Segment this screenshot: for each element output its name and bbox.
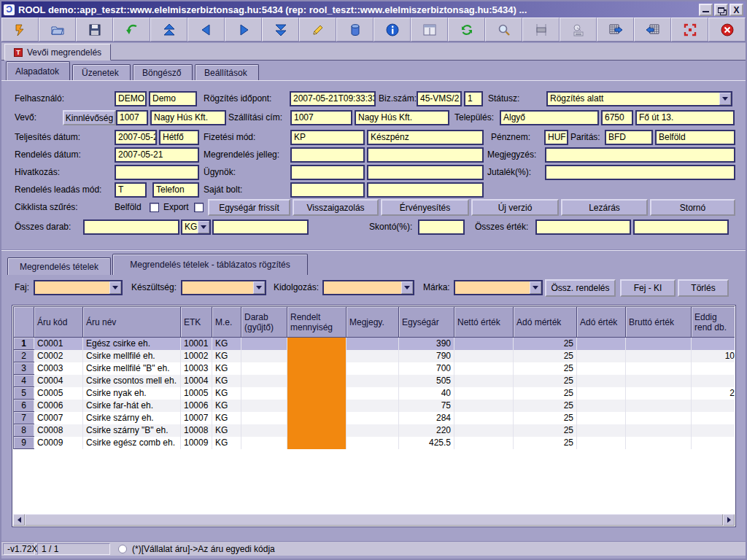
row-num-cell[interactable]: 8 — [14, 424, 34, 437]
brutto-ertek-cell[interactable] — [626, 387, 692, 400]
chevron-down-icon[interactable] — [109, 281, 121, 294]
last-record-button[interactable] — [262, 18, 299, 42]
netto-ertek-cell[interactable] — [454, 350, 514, 362]
me-cell[interactable]: KG — [212, 424, 241, 437]
import-table-button[interactable] — [634, 18, 671, 42]
restore-button[interactable] — [714, 4, 728, 16]
brutto-ertek-cell[interactable] — [626, 350, 692, 362]
refresh-button[interactable] — [448, 18, 485, 42]
unit-dropdown[interactable]: KG — [181, 219, 211, 235]
ado-mertek-cell[interactable]: 25 — [514, 437, 577, 449]
ugynok-name-field[interactable] — [367, 165, 484, 180]
ado-mertek-cell[interactable]: 25 — [514, 338, 577, 350]
me-cell[interactable]: KG — [212, 437, 241, 449]
egysegar-cell[interactable]: 220 — [399, 424, 454, 437]
eddig-rend-cell[interactable] — [692, 412, 735, 424]
darab-cell[interactable] — [241, 338, 287, 350]
netto-ertek-cell[interactable] — [454, 400, 514, 412]
paritas-code-field[interactable]: BFD — [605, 130, 653, 145]
eddig-rend-cell[interactable]: 10 — [692, 350, 735, 362]
rendelt-mennyiseg-cell[interactable] — [287, 362, 347, 375]
rendelt-mennyiseg-cell[interactable] — [287, 437, 347, 449]
ado-ertek-cell[interactable] — [577, 338, 626, 350]
aru-kod-cell[interactable]: C0003 — [34, 362, 83, 375]
chevron-down-icon[interactable] — [530, 281, 541, 294]
eddig-rend-cell[interactable] — [692, 400, 735, 412]
brutto-ertek-cell[interactable] — [626, 424, 692, 437]
keszultseg-dropdown[interactable] — [181, 280, 266, 295]
ado-ertek-cell[interactable] — [577, 412, 626, 424]
ado-ertek-cell[interactable] — [577, 362, 626, 375]
aru-nev-cell[interactable]: Csirke far-hát eh. — [83, 400, 181, 412]
ado-mertek-cell[interactable]: 25 — [514, 400, 577, 412]
chevron-down-icon[interactable] — [253, 281, 265, 294]
netto-ertek-cell[interactable] — [454, 437, 514, 449]
me-cell[interactable]: KG — [212, 338, 241, 350]
telepules-street-field[interactable]: Fő út 13. — [635, 110, 735, 125]
form-view-button[interactable] — [411, 18, 448, 42]
table-row[interactable]: 7 C0007 Csirke szárny eh. 10007 KG 284 2… — [14, 412, 735, 424]
chevron-down-icon[interactable] — [401, 281, 413, 294]
ado-mertek-cell[interactable]: 25 — [514, 362, 577, 375]
close-button[interactable]: X — [729, 4, 743, 16]
etk-cell[interactable]: 10004 — [181, 375, 212, 387]
belfold-checkbox[interactable] — [150, 203, 159, 212]
info-button[interactable] — [374, 18, 411, 42]
next-record-button[interactable] — [225, 18, 262, 42]
megjegy-cell[interactable] — [347, 375, 399, 387]
aru-nev-cell[interactable]: Csirke csontos mell eh. — [83, 375, 181, 387]
teljesites-datum-field[interactable]: 2007-05-21 — [115, 130, 157, 145]
egysegar-cell[interactable]: 425.5 — [399, 437, 454, 449]
horizontal-scrollbar[interactable] — [13, 514, 735, 526]
aru-kod-cell[interactable]: C0006 — [34, 400, 83, 412]
ossz-rendeles-button[interactable]: Össz. rendelés — [545, 279, 616, 297]
table-row[interactable]: 9 C0009 Csirke egész comb eh. 10009 KG 4… — [14, 437, 735, 449]
rendelt-mennyiseg-cell[interactable] — [287, 350, 347, 362]
ado-mertek-cell[interactable]: 25 — [514, 387, 577, 400]
previous-record-button[interactable] — [187, 18, 225, 42]
netto-ertek-cell[interactable] — [454, 362, 514, 375]
connect-button[interactable] — [1, 18, 39, 42]
etk-cell[interactable]: 10003 — [181, 362, 212, 375]
felhasznalo-name-field[interactable]: Demo — [149, 91, 197, 106]
darab-cell[interactable] — [241, 375, 287, 387]
megrendeles-jelleg-name-field[interactable] — [367, 147, 484, 163]
megjegy-cell[interactable] — [347, 437, 399, 449]
osszes-darab2-field[interactable] — [212, 219, 309, 235]
search-button[interactable] — [485, 18, 522, 42]
eddig-rend-cell[interactable] — [692, 338, 735, 350]
etk-cell[interactable]: 10007 — [181, 412, 212, 424]
etk-cell[interactable]: 10005 — [181, 387, 212, 400]
osszes-ertek-field[interactable] — [535, 219, 631, 235]
darab-cell[interactable] — [241, 424, 287, 437]
brutto-ertek-cell[interactable] — [626, 362, 692, 375]
table-row[interactable]: 2 C0002 Csirke mellfilé eh. 10002 KG 790… — [14, 350, 735, 362]
edit-button[interactable] — [299, 18, 336, 42]
aru-nev-cell[interactable]: Csirke egész comb eh. — [83, 437, 181, 449]
megjegy-cell[interactable] — [347, 338, 399, 350]
visszaigazolas-button[interactable]: Visszaigazolás — [293, 199, 379, 216]
aru-nev-cell[interactable]: Csirke mellfilé eh. — [83, 350, 181, 362]
fizetesi-mod-name-field[interactable]: Készpénz — [367, 130, 484, 145]
etk-cell[interactable]: 10008 — [181, 424, 212, 437]
ado-ertek-cell[interactable] — [577, 437, 626, 449]
me-cell[interactable]: KG — [212, 362, 241, 375]
ado-ertek-cell[interactable] — [577, 375, 626, 387]
darab-cell[interactable] — [241, 412, 287, 424]
table-row[interactable]: 8 C0008 Csirke szárny "B" eh. 10008 KG 2… — [14, 424, 735, 437]
biz-szam-field[interactable]: 45-VMS/2 — [417, 91, 462, 106]
uj-verzio-button[interactable]: Új verzió — [471, 199, 559, 216]
lezaras-button[interactable]: Lezárás — [561, 199, 648, 216]
table-row[interactable]: 3 C0003 Csirke mellfilé "B" eh. 10003 KG… — [14, 362, 735, 375]
rendelt-mennyiseg-cell[interactable] — [287, 375, 347, 387]
table-row[interactable]: 5 C0005 Csirke nyak eh. 10005 KG 40 25 — [14, 387, 735, 400]
faj-dropdown[interactable] — [34, 280, 123, 295]
kidolgozas-dropdown[interactable] — [322, 280, 414, 295]
me-cell[interactable]: KG — [212, 412, 241, 424]
rogzites-idopont-field[interactable]: 2007-05-21T09:33:33 — [290, 91, 376, 106]
ado-mertek-cell[interactable]: 25 — [514, 424, 577, 437]
darab-cell[interactable] — [241, 362, 287, 375]
ado-mertek-cell[interactable]: 25 — [514, 350, 577, 362]
row-num-cell[interactable]: 5 — [14, 387, 34, 400]
row-num-cell[interactable]: 1 — [14, 338, 34, 350]
